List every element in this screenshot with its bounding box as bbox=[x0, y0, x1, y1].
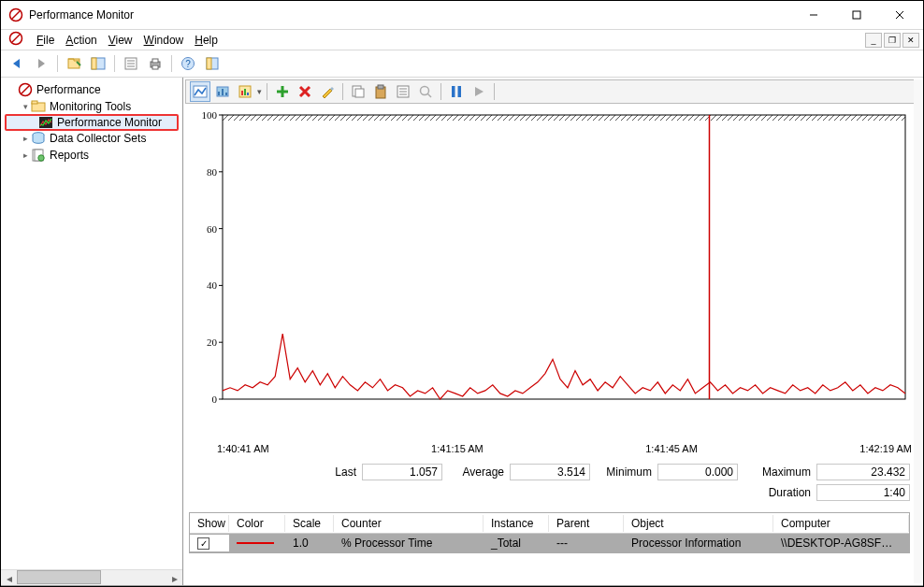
col-show[interactable]: Show bbox=[190, 515, 229, 532]
highlight-button[interactable] bbox=[317, 81, 338, 102]
tree-node-performance-monitor[interactable]: Performance Monitor bbox=[5, 114, 179, 131]
svg-rect-26 bbox=[39, 117, 52, 128]
col-object[interactable]: Object bbox=[624, 515, 773, 532]
counter-row[interactable]: 1.0 % Processor Time _Total --- Processo… bbox=[190, 534, 909, 552]
perfmon-toolbar: ▾ bbox=[185, 79, 921, 104]
svg-text:?: ? bbox=[185, 59, 191, 69]
app-icon bbox=[8, 7, 23, 22]
mmc-toolbar: ? bbox=[1, 50, 923, 78]
minimize-button[interactable] bbox=[792, 1, 835, 29]
cell-counter: % Processor Time bbox=[334, 535, 484, 551]
svg-rect-47 bbox=[378, 85, 383, 89]
tree-node-performance[interactable]: Performance bbox=[3, 81, 180, 98]
menu-help[interactable]: Help bbox=[189, 32, 224, 49]
show-hide-console-tree-button[interactable] bbox=[64, 53, 84, 74]
chevron-right-icon: ▸ bbox=[20, 150, 31, 160]
stat-duration-label: Duration bbox=[744, 486, 811, 499]
view-report-button[interactable] bbox=[235, 81, 255, 102]
folder-tools-icon bbox=[31, 99, 46, 114]
tree-horizontal-scrollbar[interactable]: ◂ ▸ bbox=[1, 569, 182, 585]
show-counter-checkbox[interactable] bbox=[197, 537, 209, 550]
stat-maximum-value: 23.432 bbox=[816, 464, 910, 480]
print-button[interactable] bbox=[145, 53, 166, 74]
scroll-right-icon[interactable]: ▸ bbox=[166, 570, 182, 585]
svg-rect-25 bbox=[32, 101, 37, 104]
view-histogram-button[interactable] bbox=[212, 81, 233, 102]
menu-action[interactable]: Action bbox=[60, 32, 102, 49]
xlabel: 1:40:41 AM bbox=[217, 443, 269, 454]
svg-rect-34 bbox=[222, 89, 224, 95]
col-parent[interactable]: Parent bbox=[549, 515, 624, 532]
back-button[interactable] bbox=[7, 53, 27, 74]
counter-color-swatch bbox=[237, 542, 274, 544]
close-button[interactable] bbox=[878, 1, 921, 29]
col-computer[interactable]: Computer bbox=[773, 515, 909, 532]
freeze-display-button[interactable] bbox=[446, 81, 467, 102]
delete-counter-button[interactable] bbox=[295, 81, 315, 102]
xlabel: 1:41:45 AM bbox=[645, 443, 698, 454]
paste-button[interactable] bbox=[370, 81, 391, 102]
svg-line-1 bbox=[12, 11, 20, 19]
svg-text:60: 60 bbox=[207, 223, 218, 235]
perfmon-graph-icon bbox=[38, 115, 53, 130]
stat-minimum-label: Minimum bbox=[596, 465, 652, 479]
menu-view[interactable]: View bbox=[103, 32, 138, 49]
svg-rect-3 bbox=[853, 11, 860, 19]
svg-text:40: 40 bbox=[207, 279, 218, 291]
chevron-down-icon: ▾ bbox=[20, 102, 31, 111]
properties-button[interactable] bbox=[121, 53, 141, 74]
performance-monitor-pane: ▾ bbox=[183, 78, 923, 585]
col-counter[interactable]: Counter bbox=[334, 515, 484, 532]
x-axis-labels: 1:40:41 AM 1:41:15 AM 1:41:45 AM 1:42:19… bbox=[185, 441, 921, 454]
mdi-close-button[interactable]: ✕ bbox=[902, 33, 919, 48]
cell-parent: --- bbox=[549, 535, 624, 551]
mdi-minimize-button[interactable]: _ bbox=[865, 33, 882, 48]
stat-average-value: 3.514 bbox=[510, 464, 590, 480]
forward-button[interactable] bbox=[31, 53, 51, 74]
properties-button-perf[interactable] bbox=[393, 81, 413, 102]
perf-logs-button[interactable] bbox=[202, 53, 223, 74]
svg-rect-55 bbox=[458, 86, 462, 97]
copy-button[interactable] bbox=[348, 81, 368, 102]
col-scale[interactable]: Scale bbox=[285, 515, 334, 532]
svg-rect-56 bbox=[223, 115, 905, 121]
cell-object: Processor Information bbox=[624, 535, 773, 551]
scroll-left-icon[interactable]: ◂ bbox=[1, 570, 17, 585]
scroll-thumb[interactable] bbox=[17, 570, 101, 584]
tree-node-reports[interactable]: ▸ Reports bbox=[3, 147, 180, 164]
menu-window[interactable]: Window bbox=[138, 32, 190, 49]
svg-rect-45 bbox=[355, 89, 364, 97]
zoom-button[interactable] bbox=[415, 81, 436, 102]
svg-rect-33 bbox=[218, 92, 220, 95]
col-color[interactable]: Color bbox=[229, 515, 285, 532]
svg-point-30 bbox=[38, 155, 44, 161]
stats-row-2: Duration 1:40 bbox=[185, 480, 921, 501]
counter-header[interactable]: Show Color Scale Counter Instance Parent… bbox=[190, 513, 909, 534]
tree-node-monitoring-tools[interactable]: ▾ Monitoring Tools bbox=[3, 98, 180, 115]
cell-scale: 1.0 bbox=[285, 535, 334, 551]
graph-area[interactable]: 020406080100 bbox=[189, 109, 917, 441]
help-button[interactable]: ? bbox=[178, 53, 198, 74]
svg-rect-37 bbox=[241, 91, 243, 95]
svg-rect-35 bbox=[225, 93, 227, 95]
stat-average-label: Average bbox=[448, 465, 504, 479]
xlabel: 1:42:19 AM bbox=[859, 443, 912, 454]
window-titlebar: Performance Monitor bbox=[1, 1, 923, 29]
add-counter-button[interactable] bbox=[272, 81, 293, 102]
tree-label: Performance bbox=[36, 83, 101, 96]
show-hide-action-pane-button[interactable] bbox=[88, 53, 108, 74]
menu-file[interactable]: File bbox=[31, 32, 60, 49]
data-collector-icon bbox=[31, 131, 46, 146]
svg-text:80: 80 bbox=[207, 166, 218, 178]
update-data-button[interactable] bbox=[469, 81, 489, 102]
reports-icon bbox=[31, 148, 46, 163]
stat-last-label: Last bbox=[300, 465, 356, 479]
tree-node-data-collector-sets[interactable]: ▸ Data Collector Sets bbox=[3, 130, 180, 147]
maximize-button[interactable] bbox=[835, 1, 878, 29]
col-instance[interactable]: Instance bbox=[484, 515, 549, 532]
stat-maximum-label: Maximum bbox=[744, 465, 811, 479]
tree-label: Data Collector Sets bbox=[50, 132, 146, 145]
right-pane-vscroll[interactable] bbox=[914, 79, 923, 583]
mdi-restore-button[interactable]: ❐ bbox=[884, 33, 901, 48]
view-line-button[interactable] bbox=[190, 81, 210, 102]
